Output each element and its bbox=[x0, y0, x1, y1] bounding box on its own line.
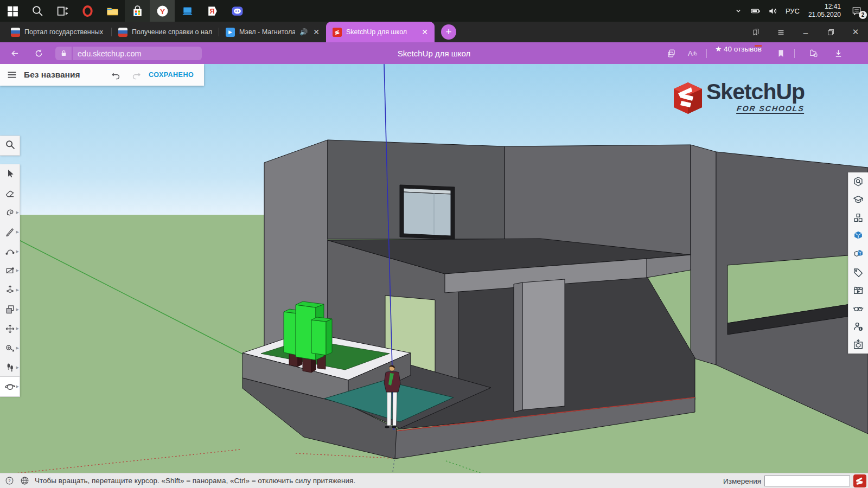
tab-sketchup-active[interactable]: SketchUp для школ ✕ bbox=[326, 22, 435, 42]
tab-close-icon[interactable]: ✕ bbox=[312, 28, 321, 36]
star-icon: ★ bbox=[715, 45, 722, 53]
tool-arc[interactable]: ▶ bbox=[0, 242, 20, 261]
app-menu-icon[interactable] bbox=[0, 69, 24, 81]
back-icon[interactable] bbox=[8, 47, 22, 60]
tab-label: Портал государственных bbox=[24, 28, 106, 36]
tool-tape-measure[interactable]: ▶ bbox=[0, 338, 20, 358]
sketchup-logo-icon bbox=[673, 81, 703, 115]
panel-model-info[interactable] bbox=[848, 317, 868, 335]
action-center-icon[interactable]: 2 bbox=[847, 3, 866, 19]
panel-display[interactable] bbox=[848, 299, 868, 317]
tab-portal-gosuslug[interactable]: Портал государственных bbox=[4, 22, 111, 42]
panel-component-options[interactable] bbox=[848, 245, 868, 263]
window-controls: – ✕ bbox=[743, 22, 868, 42]
flyout-arrow-icon: ▶ bbox=[16, 384, 19, 389]
taskbar-yandex-app-icon[interactable]: Я bbox=[200, 0, 225, 22]
battery-icon[interactable] bbox=[749, 4, 763, 18]
panel-scenes[interactable] bbox=[848, 281, 868, 299]
sketchup-3d-scene[interactable] bbox=[0, 64, 868, 473]
collections-icon[interactable] bbox=[806, 47, 820, 60]
panel-tags[interactable] bbox=[848, 263, 868, 281]
close-window-button[interactable]: ✕ bbox=[843, 22, 868, 42]
redo-icon[interactable] bbox=[126, 70, 146, 80]
minimize-button[interactable]: – bbox=[793, 22, 818, 42]
undo-icon[interactable] bbox=[105, 70, 126, 80]
taskbar-my-computer-icon[interactable] bbox=[175, 0, 200, 22]
new-tab-button[interactable]: + bbox=[441, 24, 456, 40]
tool-walk[interactable]: ▶ bbox=[0, 358, 20, 377]
addressbar-separator bbox=[706, 49, 707, 58]
screen: YЯ РУС 12:41 21.05.2020 2 Портал государ… bbox=[0, 0, 868, 488]
panel-materials[interactable] bbox=[848, 227, 868, 245]
logo-subtitle: FOR SCHOOLS bbox=[736, 104, 805, 114]
tool-orbit[interactable]: ▶ bbox=[0, 377, 20, 396]
sketchup-for-schools-logo: SketchUp FOR SCHOOLS bbox=[673, 80, 817, 123]
panel-export[interactable] bbox=[848, 336, 868, 354]
taskbar-file-explorer-icon[interactable] bbox=[100, 0, 125, 22]
taskbar-yandex-browser-icon[interactable]: Y bbox=[150, 0, 175, 22]
status-hint: Чтобы вращать, перетащите курсор. «Shift… bbox=[35, 477, 355, 485]
notification-badge: 2 bbox=[859, 11, 867, 19]
taskbar-opera-icon[interactable] bbox=[75, 0, 100, 22]
video-play-favicon: ▶ bbox=[226, 28, 235, 37]
tool-offset[interactable]: ▶ bbox=[0, 300, 20, 319]
hidden-icons-chevron-icon[interactable] bbox=[731, 4, 745, 18]
taskbar-discord-icon[interactable] bbox=[225, 0, 250, 22]
browser-addressbar: edu.sketchup.com SketchUp для школ Aあ ★ … bbox=[0, 42, 868, 64]
measurements-area: Измерения bbox=[723, 473, 868, 488]
system-tray: РУС 12:41 21.05.2020 2 bbox=[731, 0, 866, 22]
taskbar: YЯ РУС 12:41 21.05.2020 2 bbox=[0, 0, 868, 22]
taskbar-microsoft-store-icon[interactable] bbox=[125, 0, 150, 22]
russia-flag-favicon bbox=[11, 28, 20, 37]
help-icon[interactable]: ? bbox=[3, 475, 15, 487]
download-icon[interactable] bbox=[831, 47, 845, 60]
panel-warehouse-search[interactable] bbox=[848, 172, 868, 190]
tabs-copy-icon[interactable] bbox=[664, 47, 678, 60]
tab-spravka[interactable]: Получение справки о нал bbox=[112, 22, 219, 42]
tool-eraser[interactable] bbox=[0, 184, 20, 203]
tab-mevl-magnitola[interactable]: ▶ Мэвл - Магнитола 🔊 ✕ bbox=[219, 22, 326, 42]
tab-audio-icon[interactable]: 🔊 bbox=[299, 28, 308, 36]
browser-menu-icon[interactable] bbox=[768, 22, 793, 42]
tool-select[interactable] bbox=[0, 164, 20, 184]
language-indicator[interactable]: РУС bbox=[783, 7, 802, 15]
globe-icon[interactable] bbox=[18, 475, 30, 487]
taskbar-windows-search-icon[interactable] bbox=[25, 0, 50, 22]
tool-move[interactable]: ▶ bbox=[0, 319, 20, 338]
tool-paint[interactable]: ▶ bbox=[0, 203, 20, 222]
panel-instructor[interactable] bbox=[848, 190, 868, 208]
reviews-button[interactable]: ★ 40 отзывов bbox=[712, 44, 765, 53]
page-title: SketchUp для школ bbox=[398, 42, 471, 64]
translate-icon[interactable]: Aあ bbox=[686, 47, 700, 60]
taskbar-windows-start-icon[interactable] bbox=[0, 0, 25, 22]
tab-close-icon[interactable]: ✕ bbox=[420, 28, 429, 36]
ssl-lock-icon[interactable] bbox=[55, 47, 72, 60]
model-canvas[interactable]: SketchUp FOR SCHOOLS Без названия СОХРАН… bbox=[0, 64, 868, 473]
volume-icon[interactable] bbox=[766, 4, 780, 18]
document-title[interactable]: Без названия bbox=[24, 70, 105, 80]
save-status[interactable]: СОХРАНЕНО bbox=[149, 71, 194, 79]
column bbox=[514, 282, 522, 412]
tool-search[interactable] bbox=[0, 136, 20, 156]
tool-pencil[interactable]: ▶ bbox=[0, 222, 20, 242]
clock[interactable]: 12:41 21.05.2020 bbox=[805, 3, 844, 19]
addressbar-separator bbox=[794, 49, 795, 58]
tool-rectangle[interactable]: ▶ bbox=[0, 261, 20, 280]
taskbar-task-view-icon[interactable] bbox=[50, 0, 75, 22]
restore-button[interactable] bbox=[818, 22, 843, 42]
tool-push-pull[interactable]: ▶ bbox=[0, 280, 20, 300]
flyout-arrow-icon: ▶ bbox=[16, 210, 19, 215]
side-panel-icon[interactable] bbox=[743, 22, 768, 42]
flyout-arrow-icon: ▶ bbox=[16, 268, 19, 273]
url-field[interactable]: edu.sketchup.com bbox=[73, 47, 202, 60]
bookmark-icon[interactable] bbox=[774, 47, 788, 60]
reload-icon[interactable] bbox=[31, 47, 46, 60]
clock-time: 12:41 bbox=[825, 3, 841, 10]
taskbar-apps: YЯ bbox=[0, 0, 250, 22]
flyout-arrow-icon: ▶ bbox=[16, 346, 19, 350]
measurements-input[interactable] bbox=[764, 476, 850, 486]
measurements-label: Измерения bbox=[723, 477, 761, 485]
panel-components[interactable] bbox=[848, 209, 868, 227]
logo-title: SketchUp bbox=[706, 80, 805, 104]
flyout-arrow-icon: ▶ bbox=[16, 288, 19, 292]
